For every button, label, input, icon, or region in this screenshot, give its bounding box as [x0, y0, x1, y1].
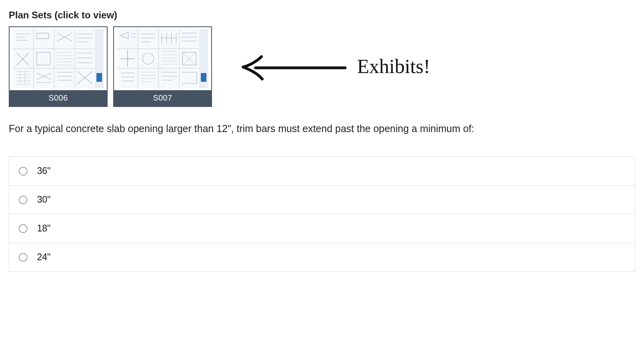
arrow-left-icon [238, 50, 349, 82]
option-label: 30" [37, 194, 51, 205]
option-label: 18" [37, 223, 51, 234]
option-row[interactable]: 30" [9, 186, 635, 214]
option-label: 24" [37, 252, 51, 263]
plan-card-label: S007 [114, 90, 211, 106]
plan-thumbnail [10, 27, 107, 90]
plan-sets-row: S006 [9, 26, 635, 107]
plan-sets-heading: Plan Sets (click to view) [9, 10, 635, 21]
option-label: 36" [37, 166, 51, 176]
option-row[interactable]: 36" [9, 157, 635, 186]
plan-card-s006[interactable]: S006 [9, 26, 108, 107]
radio-icon [19, 224, 27, 233]
radio-icon [19, 167, 27, 176]
plan-card-s007[interactable]: S007 [113, 26, 212, 107]
plan-card-label: S006 [10, 90, 107, 106]
exhibits-label: Exhibits! [357, 55, 430, 78]
radio-icon [19, 196, 27, 204]
option-row[interactable]: 18" [9, 214, 635, 243]
question-text: For a typical concrete slab opening larg… [9, 121, 635, 136]
plan-thumbnail [114, 27, 211, 90]
option-row[interactable]: 24" [9, 243, 635, 272]
radio-icon [19, 253, 27, 262]
options-list: 36" 30" 18" 24" [9, 156, 635, 272]
svg-rect-2 [96, 73, 102, 82]
svg-rect-12 [201, 73, 206, 82]
plan-sheet-icon [117, 29, 208, 88]
plan-sheet-icon [13, 29, 104, 88]
exhibits-annotation: Exhibits! [238, 50, 430, 82]
